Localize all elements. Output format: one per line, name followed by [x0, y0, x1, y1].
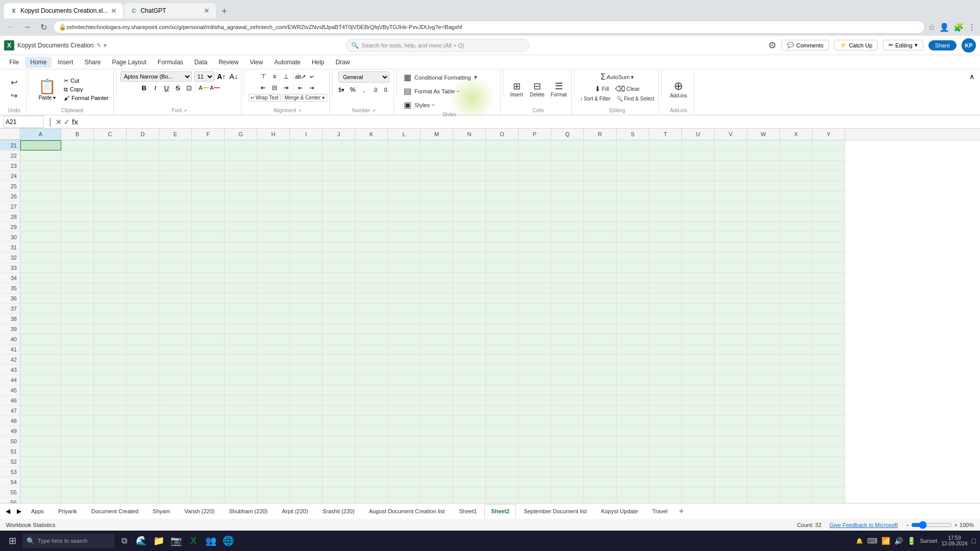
cell-Y56[interactable] — [813, 497, 845, 503]
cell-V40[interactable] — [715, 334, 747, 344]
cell-H27[interactable] — [257, 202, 290, 212]
cell-B40[interactable] — [61, 334, 94, 344]
cell-S41[interactable] — [617, 344, 649, 355]
cell-B36[interactable] — [61, 293, 94, 304]
cell-O36[interactable] — [486, 293, 519, 304]
cell-I37[interactable] — [290, 304, 323, 314]
sheet-tab-shyam[interactable]: Shyam — [146, 504, 177, 518]
redo-button[interactable]: ↪ — [6, 90, 22, 102]
cell-I49[interactable] — [290, 426, 323, 436]
cell-H47[interactable] — [257, 406, 290, 416]
cell-L22[interactable] — [388, 151, 421, 161]
row-header-37[interactable]: 37 — [0, 304, 20, 314]
cell-Q21[interactable] — [551, 140, 584, 151]
cell-B21[interactable] — [61, 140, 94, 151]
cell-Q48[interactable] — [551, 416, 584, 426]
cell-W46[interactable] — [747, 395, 780, 406]
merge-center-button[interactable]: Merge & Center ▾ — [282, 94, 327, 102]
cell-O41[interactable] — [486, 344, 519, 355]
user-avatar[interactable]: KP — [962, 38, 976, 53]
cell-E28[interactable] — [159, 212, 192, 222]
cell-P43[interactable] — [519, 365, 551, 375]
sheet-tab-document-created[interactable]: Document Created — [85, 504, 145, 518]
cell-H55[interactable] — [257, 487, 290, 497]
taskbar-excel-icon[interactable]: X — [186, 533, 201, 548]
sheet-tab-vansh-(220)[interactable]: Vansh (220) — [178, 504, 221, 518]
cell-O52[interactable] — [486, 457, 519, 467]
cell-G51[interactable] — [225, 446, 257, 457]
cell-G44[interactable] — [225, 375, 257, 385]
cell-W51[interactable] — [747, 446, 780, 457]
conditional-formatting-button[interactable]: ▦ Conditional Formatting ▾ — [401, 71, 498, 83]
col-header-l[interactable]: L — [388, 129, 421, 140]
cell-C56[interactable] — [94, 497, 127, 503]
cell-O43[interactable] — [486, 365, 519, 375]
cell-K53[interactable] — [355, 467, 388, 477]
row-header-29[interactable]: 29 — [0, 222, 20, 232]
cell-B49[interactable] — [61, 426, 94, 436]
cell-Y44[interactable] — [813, 375, 845, 385]
row-header-22[interactable]: 22 — [0, 151, 20, 161]
cell-C41[interactable] — [94, 344, 127, 355]
cell-B45[interactable] — [61, 385, 94, 395]
cell-F39[interactable] — [192, 324, 225, 334]
cell-H48[interactable] — [257, 416, 290, 426]
cell-C48[interactable] — [94, 416, 127, 426]
cell-P36[interactable] — [519, 293, 551, 304]
cell-M34[interactable] — [421, 273, 453, 283]
cell-D39[interactable] — [127, 324, 159, 334]
cell-I56[interactable] — [290, 497, 323, 503]
cell-L38[interactable] — [388, 314, 421, 324]
cell-Q40[interactable] — [551, 334, 584, 344]
cell-V42[interactable] — [715, 355, 747, 365]
cell-L23[interactable] — [388, 161, 421, 171]
cell-S47[interactable] — [617, 406, 649, 416]
cell-A44[interactable] — [20, 375, 61, 385]
cell-H53[interactable] — [257, 467, 290, 477]
cell-C53[interactable] — [94, 467, 127, 477]
cell-M56[interactable] — [421, 497, 453, 503]
cell-Y35[interactable] — [813, 283, 845, 293]
cell-Q41[interactable] — [551, 344, 584, 355]
cell-P30[interactable] — [519, 232, 551, 242]
cell-I36[interactable] — [290, 293, 323, 304]
cell-D25[interactable] — [127, 181, 159, 191]
cell-X55[interactable] — [780, 487, 813, 497]
row-header-23[interactable]: 23 — [0, 161, 20, 171]
cell-P31[interactable] — [519, 242, 551, 253]
cell-F32[interactable] — [192, 253, 225, 263]
cell-X29[interactable] — [780, 222, 813, 232]
cell-P37[interactable] — [519, 304, 551, 314]
cell-M28[interactable] — [421, 212, 453, 222]
cell-J46[interactable] — [323, 395, 355, 406]
cell-X30[interactable] — [780, 232, 813, 242]
cell-W28[interactable] — [747, 212, 780, 222]
cell-J34[interactable] — [323, 273, 355, 283]
cell-V53[interactable] — [715, 467, 747, 477]
cell-V36[interactable] — [715, 293, 747, 304]
cell-A29[interactable] — [20, 222, 61, 232]
row-header-50[interactable]: 50 — [0, 436, 20, 446]
cell-V24[interactable] — [715, 171, 747, 181]
cell-B42[interactable] — [61, 355, 94, 365]
cell-S22[interactable] — [617, 151, 649, 161]
cell-J53[interactable] — [323, 467, 355, 477]
cell-K25[interactable] — [355, 181, 388, 191]
cell-F26[interactable] — [192, 191, 225, 202]
cell-S52[interactable] — [617, 457, 649, 467]
cell-Y50[interactable] — [813, 436, 845, 446]
cell-Q39[interactable] — [551, 324, 584, 334]
cell-C34[interactable] — [94, 273, 127, 283]
cell-X39[interactable] — [780, 324, 813, 334]
cell-M46[interactable] — [421, 395, 453, 406]
cell-K29[interactable] — [355, 222, 388, 232]
cell-T50[interactable] — [649, 436, 682, 446]
cell-A47[interactable] — [20, 406, 61, 416]
alignment-expand[interactable]: ↗ — [298, 108, 302, 113]
cell-E45[interactable] — [159, 385, 192, 395]
cell-M44[interactable] — [421, 375, 453, 385]
cell-K49[interactable] — [355, 426, 388, 436]
cell-T29[interactable] — [649, 222, 682, 232]
cell-R45[interactable] — [584, 385, 617, 395]
cell-F43[interactable] — [192, 365, 225, 375]
